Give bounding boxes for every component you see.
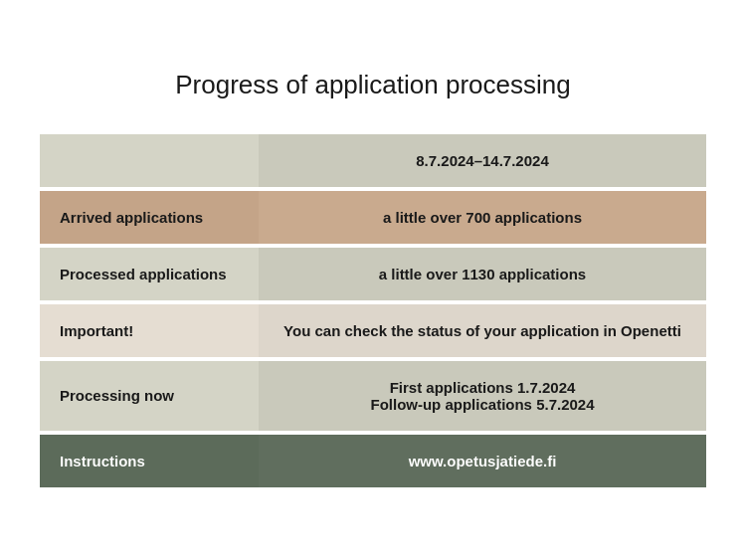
instructions-label: Instructions — [40, 435, 259, 487]
table-row: Processing now First applications 1.7.20… — [40, 361, 706, 431]
table-row: Instructions www.opetusjatiede.fi — [40, 435, 706, 487]
table-row: Important! You can check the status of y… — [40, 304, 706, 357]
processing-value: First applications 1.7.2024Follow-up app… — [259, 361, 706, 431]
page-wrapper: Progress of application processing 8.7.2… — [0, 40, 746, 521]
processed-label: Processed applications — [40, 248, 259, 300]
page-title: Progress of application processing — [40, 70, 706, 100]
instructions-value[interactable]: www.opetusjatiede.fi — [259, 435, 706, 487]
arrived-label: Arrived applications — [40, 191, 259, 244]
header-value-cell: 8.7.2024–14.7.2024 — [259, 134, 706, 187]
processing-label: Processing now — [40, 361, 259, 431]
applications-table: 8.7.2024–14.7.2024 Arrived applications … — [40, 130, 706, 491]
table-header-row: 8.7.2024–14.7.2024 — [40, 134, 706, 187]
important-value: You can check the status of your applica… — [259, 304, 706, 357]
processed-value: a little over 1130 applications — [259, 248, 706, 300]
table-row: Arrived applications a little over 700 a… — [40, 191, 706, 244]
arrived-value: a little over 700 applications — [259, 191, 706, 244]
table-row: Processed applications a little over 113… — [40, 248, 706, 300]
header-label-cell — [40, 134, 259, 187]
important-label: Important! — [40, 304, 259, 357]
